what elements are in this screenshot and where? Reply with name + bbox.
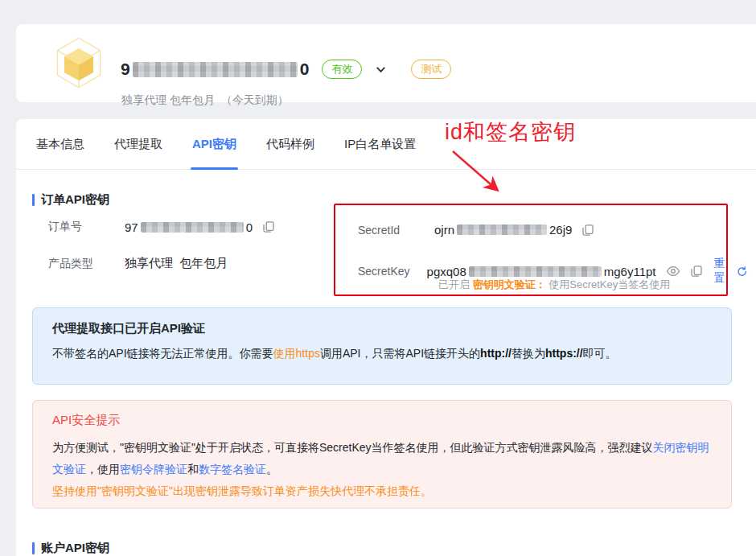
product-type-row: 产品类型 独享代理 包年包月 (48, 256, 228, 271)
info-box-title: 代理提取接口已开启API验证 (52, 321, 712, 336)
warning-body: 为方便测试，"密钥明文验证"处于开启状态，可直接将SecretKey当作签名使用… (52, 437, 713, 502)
api-key-card: 基本信息 代理提取 API密钥 代码样例 IP白名单设置 订单API密钥 订单号… (16, 119, 756, 556)
secret-key-label: SecretKey (358, 265, 427, 278)
tab-ip-whitelist[interactable]: IP白名单设置 (344, 119, 416, 169)
secret-highlight-box: SecretId ojrn26j9 SecretKey pgxq08mg6y11… (334, 204, 728, 296)
reset-secret-key-button[interactable]: 重置 (714, 257, 747, 286)
info-box-body: 不带签名的API链接将无法正常使用。你需要使用https调用API，只需将API… (52, 347, 712, 361)
chevron-down-icon[interactable] (375, 64, 387, 76)
plaintext-verify-note: 已开启 密钥明文验证： 使用SecretKey当签名使用 (438, 278, 670, 292)
warning-title: API安全提示 (52, 413, 712, 428)
section-bar (32, 542, 35, 554)
refresh-icon (737, 266, 747, 278)
masked-order-no (141, 222, 244, 233)
tab-proxy-extract[interactable]: 代理提取 (114, 119, 162, 169)
copy-icon[interactable] (581, 224, 594, 237)
tab-basic-info[interactable]: 基本信息 (36, 119, 84, 169)
tab-api-key[interactable]: API密钥 (192, 119, 236, 169)
product-type-label: 产品类型 (48, 257, 125, 271)
order-api-key-section-title: 订单API密钥 (32, 192, 109, 208)
use-https-link[interactable]: 使用https (273, 347, 320, 360)
secret-id-label: SecretId (358, 224, 434, 237)
order-no-value: 970 (125, 220, 253, 234)
account-api-key-section-title: 账户API密钥 (32, 541, 109, 556)
copy-icon[interactable] (262, 220, 275, 233)
api-security-warning-box: API安全提示 为方便测试，"密钥明文验证"处于开启状态，可直接将SecretK… (32, 400, 732, 509)
secret-id-value: ojrn26j9 (434, 223, 572, 237)
test-badge: 测试 (411, 60, 451, 79)
order-header-card: 90 有效 测试 独享代理 包年包月 （今天到期） (16, 24, 756, 102)
tab-bar: 基本信息 代理提取 API密钥 代码样例 IP白名单设置 (16, 119, 756, 170)
handwritten-annotation: id和签名密钥 (445, 117, 576, 146)
secret-key-value: pgxq08mg6y11pt (427, 265, 656, 278)
tab-code-samples[interactable]: 代码样例 (266, 119, 314, 169)
masked-secret-id (457, 224, 547, 235)
warning-last-line: 坚持使用"密钥明文验证"出现密钥泄露导致订单资产损失快代理不承担责任。 (52, 480, 713, 502)
status-badge: 有效 (322, 60, 362, 79)
order-number-title: 90 (121, 60, 309, 79)
copy-icon[interactable] (690, 265, 703, 278)
masked-secret-key (469, 266, 602, 277)
order-no-row: 订单号 970 (48, 220, 275, 234)
order-subtitle: 独享代理 包年包月 （今天到期） (121, 93, 289, 108)
product-cube-icon (51, 35, 106, 90)
section-bar (32, 194, 35, 206)
secret-id-row: SecretId ojrn26j9 (358, 223, 594, 237)
masked-order-number (133, 62, 298, 77)
digital-sign-verify-link[interactable]: 数字签名验证 (199, 463, 266, 476)
product-type-value: 独享代理 包年包月 (125, 256, 228, 271)
key-token-verify-link[interactable]: 密钥令牌验证 (120, 463, 187, 476)
api-verify-info-box: 代理提取接口已开启API验证 不带签名的API链接将无法正常使用。你需要使用ht… (32, 307, 732, 385)
order-no-label: 订单号 (48, 220, 125, 234)
eye-icon[interactable] (666, 264, 680, 278)
